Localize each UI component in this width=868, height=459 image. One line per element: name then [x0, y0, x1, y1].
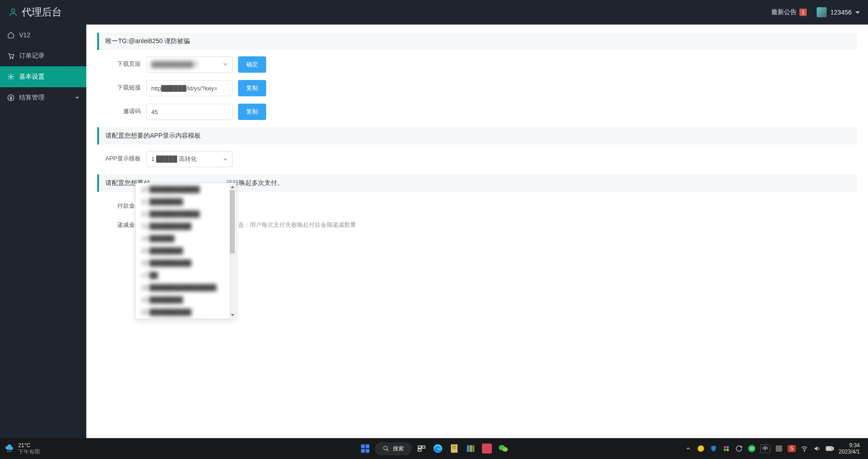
ime-language[interactable]: 中 [760, 444, 770, 453]
user-menu[interactable]: 123456 [817, 7, 860, 17]
edge-icon [432, 443, 443, 454]
notice-banner: 唯一TG:@anlei8250 谨防被骗 [97, 33, 857, 50]
brand-text: 代理后台 [22, 5, 62, 19]
download-link-input[interactable] [146, 80, 233, 96]
dropdown-item[interactable]: 15 ████████ [136, 244, 236, 257]
notebook-icon [449, 444, 459, 454]
user-icon [8, 7, 18, 17]
dropdown-item[interactable]: 更多████████████ [136, 318, 236, 319]
sidebar: V12 订单记录 基本设置 结算管理 [0, 25, 86, 438]
svg-rect-10 [418, 446, 421, 448]
svg-rect-5 [361, 444, 364, 448]
tray-icon-3[interactable] [722, 444, 730, 453]
dropdown-item[interactable]: 10 ████████████ [136, 183, 236, 195]
windows-icon [360, 444, 370, 454]
tray-icon-1[interactable] [697, 444, 705, 453]
sidebar-item-home[interactable]: V12 [0, 25, 86, 45]
taskbar-app-notebook[interactable] [447, 442, 461, 455]
taskbar-clock[interactable]: 9:34 2023/4/1 [838, 442, 863, 455]
pay-amount-label: 付款金额 [97, 198, 141, 210]
tray-icon-6[interactable] [775, 444, 783, 453]
dropdown-item[interactable]: 14 ██████ [136, 232, 236, 244]
dropdown-item[interactable]: 12 ████████████ [136, 208, 236, 220]
weather-widget[interactable]: 21°C 下午有雨 [0, 442, 45, 455]
announcement-link[interactable]: 最新公告 1 [771, 8, 807, 16]
svg-rect-8 [365, 449, 369, 453]
ime-input-method[interactable]: S [788, 445, 796, 452]
svg-rect-7 [361, 449, 364, 453]
svg-rect-29 [827, 447, 832, 450]
scroll-up-icon[interactable] [229, 184, 235, 190]
sidebar-item-settlement[interactable]: 结算管理 [0, 87, 86, 108]
sidebar-item-label: 订单记录 [19, 52, 45, 60]
svg-rect-15 [452, 446, 456, 447]
username: 123456 [830, 9, 852, 16]
cart-icon [7, 52, 15, 60]
dropdown-item[interactable]: 11 ████████ [136, 195, 236, 208]
copy-invite-button[interactable]: 复制 [238, 104, 266, 120]
copy-link-button[interactable]: 复制 [238, 80, 266, 96]
svg-rect-19 [472, 445, 474, 452]
template-banner-text: 请配置您想要的APP显示内容模板 [105, 132, 201, 139]
svg-rect-17 [466, 445, 469, 452]
dropdown-item[interactable]: 18 ████████████████ [136, 281, 236, 294]
confirm-button[interactable]: 确定 [238, 56, 266, 73]
chevron-up-icon [223, 158, 228, 160]
red-app-icon [482, 444, 492, 454]
download-link-label: 下载链接 [97, 80, 141, 92]
sidebar-item-settings[interactable]: 基本设置 [0, 66, 86, 87]
svg-point-1 [10, 58, 11, 59]
svg-rect-18 [470, 445, 472, 452]
yen-icon [7, 94, 15, 101]
scroll-thumb[interactable] [230, 190, 235, 254]
taskbar-app-red[interactable] [480, 442, 494, 455]
download-page-select[interactable]: ██████████页 [146, 56, 233, 73]
weather-icon [5, 444, 15, 454]
dropdown-item[interactable]: 17 ██ [136, 269, 236, 281]
svg-rect-25 [727, 449, 729, 451]
sidebar-item-orders[interactable]: 订单记录 [0, 45, 86, 66]
svg-rect-28 [833, 448, 834, 450]
tray-green-icon[interactable]: 30 [748, 444, 756, 453]
search-icon [383, 445, 389, 452]
template-dropdown[interactable]: 10 ████████████11 ████████12 ███████████… [135, 183, 236, 319]
system-tray: 30 中 S 9:34 2023/4/1 [680, 442, 868, 455]
battery-icon[interactable] [826, 444, 834, 453]
tray-chevron-up-icon[interactable] [684, 444, 692, 453]
svg-point-3 [10, 76, 12, 78]
svg-rect-6 [365, 444, 369, 448]
dropdown-item[interactable]: 16 ██████████ [136, 257, 236, 269]
taskbar-app-files[interactable] [464, 442, 477, 455]
template-value: 1 █████ 高转化 [151, 155, 197, 163]
temperature: 21°C [18, 442, 40, 449]
wifi-icon[interactable] [800, 444, 808, 453]
wechat-icon [498, 443, 509, 454]
taskview-icon [417, 444, 426, 453]
tray-sync-icon[interactable] [735, 444, 743, 453]
sidebar-item-label: 结算管理 [19, 94, 45, 102]
taskbar-search[interactable]: 搜索 [375, 442, 412, 455]
dropdown-scrollbar[interactable] [229, 184, 235, 318]
taskbar-app-wechat[interactable] [496, 442, 510, 455]
task-view-button[interactable] [415, 442, 428, 455]
scroll-down-icon[interactable] [229, 312, 235, 318]
volume-icon[interactable] [813, 444, 821, 453]
svg-point-2 [12, 58, 13, 59]
template-select[interactable]: 1 █████ 高转化 [146, 151, 233, 167]
template-banner: 请配置您想要的APP显示内容模板 [97, 127, 857, 145]
svg-rect-23 [727, 446, 729, 449]
svg-point-9 [383, 446, 387, 450]
svg-point-26 [804, 451, 805, 451]
dropdown-item[interactable]: 13 ██████████ [136, 220, 236, 232]
announcement-label: 最新公告 [771, 8, 797, 16]
sidebar-item-label: 基本设置 [19, 73, 45, 81]
start-button[interactable] [358, 442, 372, 455]
tray-shield-icon[interactable] [709, 444, 718, 453]
svg-rect-22 [724, 446, 726, 449]
search-label: 搜索 [393, 445, 404, 453]
dropdown-item[interactable]: 19 ████████ [136, 294, 236, 306]
dropdown-item[interactable]: 20 ██████████ [136, 306, 236, 318]
notice-text: 唯一TG:@anlei8250 谨防被骗 [105, 37, 190, 45]
taskbar-app-edge[interactable] [431, 442, 445, 455]
invite-code-input[interactable] [146, 104, 233, 120]
